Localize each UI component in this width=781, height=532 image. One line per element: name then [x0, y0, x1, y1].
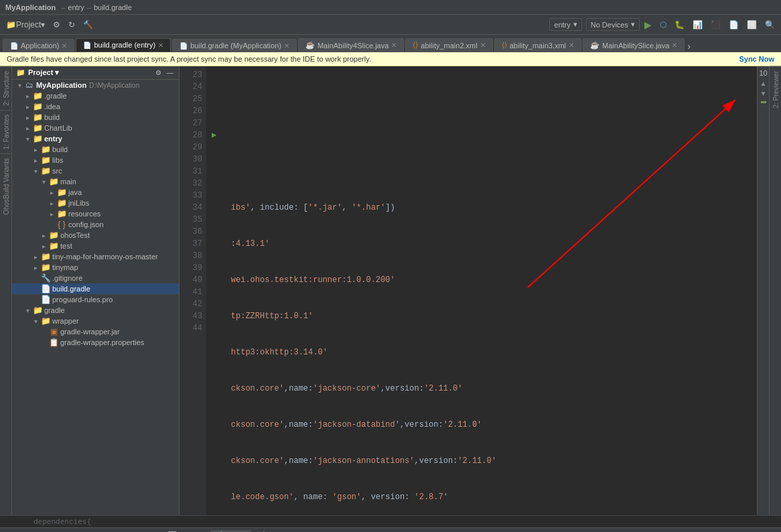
project-sidebar: 📁 Project ▾ ⚙ — ▾ 🗂 MyApplication D:\MyA…: [12, 66, 180, 515]
file-gitignore-icon: 🔧: [40, 273, 51, 283]
code-content[interactable]: ▶ ibs', include: ['*.jar', '*.har']) :4.…: [206, 66, 757, 515]
tree-java[interactable]: ▸ 📁 java: [12, 187, 179, 198]
tab-log[interactable]: 📋 Log: [253, 530, 289, 533]
tab-close-btn3[interactable]: ✕: [284, 42, 289, 50]
favorites-label[interactable]: 1: Favorites: [0, 110, 11, 153]
tree-gitignore[interactable]: 🔧 .gitignore: [12, 273, 179, 283]
sync-message: Gradle files have changed since last pro…: [7, 55, 371, 63]
tree-resources[interactable]: ▸ 📁 resources: [12, 208, 179, 219]
folder-src-icon: 📁: [40, 166, 51, 176]
bottom-tab-bar: ⚠ 6: Problems ✓ TODO ▣ Terminal 📊 Profil…: [0, 527, 781, 532]
tab-close-btn5[interactable]: ✕: [480, 42, 486, 49]
tab-problems[interactable]: ⚠ 6: Problems: [3, 530, 64, 533]
tab-build-entry[interactable]: 📄 build.gradle (entry) ✕: [76, 38, 171, 52]
tab-ability-main3[interactable]: ⟨⟩ ability_main3.xml ✕: [494, 38, 581, 52]
folder-main-icon: 📁: [48, 177, 59, 186]
tree-jnilibs[interactable]: ▸ 📁 jniLibs: [12, 198, 179, 208]
debug-btn[interactable]: ⬡: [656, 19, 670, 31]
tree-test[interactable]: ▸ 📁 test: [12, 241, 179, 251]
tree-config-json[interactable]: { } config.json: [12, 219, 179, 230]
stop-btn[interactable]: ⬛: [707, 19, 724, 31]
tree-tinymap-master[interactable]: ▸ 📁 tiny-map-for-harmony-os-master: [12, 251, 179, 262]
folder-res-icon: 📁: [56, 209, 67, 218]
file-btn[interactable]: 📄: [725, 19, 742, 31]
expand-btn[interactable]: ⬜: [743, 19, 760, 31]
code-line-32: ckson.core',name:'jackson-databind',vers…: [212, 419, 752, 431]
tab-terminal[interactable]: ▣ Terminal: [109, 530, 159, 533]
folder-tinymap-icon: 📁: [40, 252, 51, 261]
tab-build[interactable]: 🔨 Build: [210, 530, 251, 533]
file-jar-icon: ▣: [48, 327, 59, 336]
code-line-28: wei.ohos.testkit:runner:1.0.0.200': [212, 274, 752, 286]
entry-selector[interactable]: entry ▾: [549, 18, 581, 31]
tree-buildgradle[interactable]: 📄 build.gradle: [12, 283, 179, 294]
code-editor[interactable]: 23 24 25 26 27 28 29 30 31 32 33 34 35 3…: [180, 66, 757, 515]
build-variants-label[interactable]: OhosBuild Variants: [0, 153, 11, 219]
folder-test-icon: 📁: [48, 241, 59, 251]
tree-build[interactable]: ▸ 📁 build: [12, 112, 179, 123]
device-selector[interactable]: No Devices ▾: [586, 18, 640, 31]
left-vertical-labels: 2: Structure 1: Favorites OhosBuild Vari…: [0, 66, 12, 515]
previewer-label[interactable]: 2: Previewer: [770, 66, 781, 113]
folder-entry-icon: 📁: [32, 134, 43, 143]
tree-idea[interactable]: ▸ 📁 .idea: [12, 101, 179, 112]
sync-banner: Gradle files have changed since last pro…: [0, 52, 781, 66]
search-btn[interactable]: 🔍: [762, 19, 778, 31]
tab-mainabilityslice[interactable]: ☕ MainAbilitySlice.java ✕: [583, 38, 685, 52]
sidebar-settings-btn[interactable]: ⚙: [154, 69, 163, 76]
tab-java-icon2: ☕: [590, 41, 599, 50]
tab-xml-icon2: ⟨⟩: [502, 41, 507, 50]
folder-tmap-icon: 📁: [40, 263, 51, 272]
code-line-24: ▶: [212, 129, 752, 141]
folder-entbuild-icon: 📁: [40, 145, 51, 154]
down-arrow[interactable]: ▼: [760, 90, 767, 97]
tab-close-btn4[interactable]: ✕: [391, 42, 397, 49]
attach-btn[interactable]: 🐛: [671, 19, 688, 31]
code-line-23: [212, 93, 752, 105]
settings-btn[interactable]: ⚙: [50, 19, 64, 31]
folder-icon-header: 📁: [16, 68, 25, 77]
sidebar-collapse-btn[interactable]: —: [165, 69, 175, 76]
tree-tinymap[interactable]: ▸ 📁 tinymap: [12, 262, 179, 273]
tree-chartlib[interactable]: ▸ 📁 ChartLib: [12, 123, 179, 133]
tab-close-btn2[interactable]: ✕: [158, 42, 163, 49]
tab-build-myapp[interactable]: 📄 build.gradle (MyApplication) ✕: [172, 39, 297, 52]
build-btn[interactable]: 🔨: [80, 19, 96, 31]
sync-now-btn[interactable]: Sync Now: [739, 55, 774, 63]
tab-close-btn[interactable]: ✕: [62, 42, 67, 50]
project-icon: 🗂: [24, 80, 35, 90]
profile-btn[interactable]: 📊: [689, 19, 706, 31]
tree-root[interactable]: ▾ 🗂 MyApplication D:\MyApplication: [12, 80, 179, 90]
code-line-34: le.code.gson', name: 'gson', version: '2…: [212, 491, 752, 503]
tab-arrow-btn[interactable]: ›: [687, 41, 691, 52]
tree-entry-src[interactable]: ▾ 📁 src: [12, 165, 179, 176]
folder-build-icon: 📁: [32, 113, 43, 122]
tree-entry-build[interactable]: ▸ 📁 build: [12, 144, 179, 155]
tree-gradle-wrapper-jar[interactable]: ▣ gradle-wrapper.jar: [12, 326, 179, 337]
tree-gradle-wrapper-props[interactable]: 📋 gradle-wrapper.properties: [12, 337, 179, 348]
tab-application[interactable]: 📄 Application) ✕: [3, 39, 74, 52]
tree-entry[interactable]: ▾ 📁 entry: [12, 133, 179, 144]
tree-gradle[interactable]: ▸ 📁 .gradle: [12, 90, 179, 101]
folder-chartlib-icon: 📁: [32, 123, 43, 133]
project-btn[interactable]: 📁 Project ▾: [3, 19, 48, 31]
tab-close-btn6[interactable]: ✕: [569, 42, 574, 49]
structure-label[interactable]: 2: Structure: [0, 66, 11, 110]
tree-ohostest[interactable]: ▸ 📁 ohosTest: [12, 230, 179, 241]
tree-entry-main[interactable]: ▾ 📁 main: [12, 176, 179, 187]
run-btn[interactable]: ▶: [641, 18, 655, 31]
tree-entry-libs[interactable]: ▸ 📁 libs: [12, 155, 179, 165]
tree-proguard[interactable]: 📄 proguard-rules.pro: [12, 294, 179, 305]
sync-btn[interactable]: ↻: [65, 19, 78, 31]
tab-close-btn7[interactable]: ✕: [672, 42, 677, 49]
tab-todo[interactable]: ✓ TODO: [66, 530, 109, 533]
tab-profiler[interactable]: 📊 Profiler: [161, 530, 209, 533]
up-arrow[interactable]: ▲: [760, 80, 767, 87]
line-count: 10: [759, 69, 767, 77]
tab-ability-main2[interactable]: ⟨⟩ ability_main2.xml ✕: [405, 38, 492, 52]
folder-wrapper-icon: 📁: [40, 316, 51, 326]
tree-gradle-folder[interactable]: ▾ 📁 gradle: [12, 305, 179, 316]
tab-mainability4[interactable]: ☕ MainAbility4Slice.java ✕: [298, 38, 404, 52]
tree-wrapper[interactable]: ▾ 📁 wrapper: [12, 316, 179, 326]
folder-gradle-icon: 📁: [32, 91, 43, 101]
